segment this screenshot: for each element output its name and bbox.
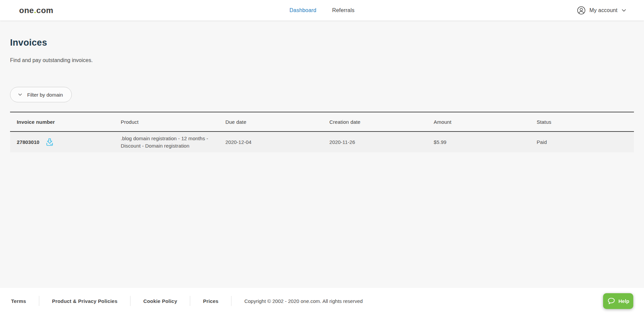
column-header-creation-date: Creation date [323,112,427,132]
column-header-due-date: Due date [219,112,323,132]
table-header-row: Invoice number Product Due date Creation… [10,112,634,132]
footer: Terms Product & Privacy Policies Cookie … [0,288,644,314]
footer-divider [39,296,39,306]
primary-nav: Dashboard Referrals [289,7,355,13]
filter-by-domain-button[interactable]: Filter by domain [10,87,72,102]
copyright-text: Copyright © 2002 - 2020 one.com. All rig… [244,298,363,304]
column-header-invoice-number: Invoice number [10,112,114,132]
invoice-status: Paid [530,132,634,152]
invoices-table: Invoice number Product Due date Creation… [10,112,634,152]
footer-link-product-privacy-policies[interactable]: Product & Privacy Policies [52,298,117,304]
chevron-down-icon [621,8,627,13]
help-button[interactable]: Help [603,293,633,309]
column-header-product: Product [114,112,219,132]
invoice-creation-date: 2020-11-26 [323,132,427,152]
footer-link-prices[interactable]: Prices [203,298,218,304]
tab-dashboard[interactable]: Dashboard [289,7,316,13]
chat-bubble-icon [607,297,615,305]
top-bar: one.com Dashboard Referrals My account [0,0,644,20]
chevron-down-icon [18,92,22,97]
page-subtitle: Find and pay outstanding invoices. [10,57,634,63]
invoice-amount: $5.99 [427,132,530,152]
help-button-label: Help [619,298,630,304]
footer-divider [190,296,190,306]
my-account-label: My account [589,7,618,13]
my-account-menu[interactable]: My account [577,6,627,15]
invoice-product: .blog domain registration - 12 months - … [114,132,219,152]
download-icon [46,138,54,146]
download-invoice-button[interactable] [46,138,54,146]
page-title: Invoices [10,38,634,48]
logo-text-one: one [19,6,34,15]
filter-by-domain-label: Filter by domain [27,92,63,98]
tab-referrals[interactable]: Referrals [332,7,355,13]
footer-link-cookie-policy[interactable]: Cookie Policy [143,298,177,304]
column-header-status: Status [530,112,634,132]
invoice-due-date: 2020-12-04 [219,132,323,152]
footer-divider [231,296,231,306]
one-com-logo[interactable]: one.com [19,6,53,14]
footer-link-terms[interactable]: Terms [11,298,26,304]
footer-divider [130,296,130,306]
logo-text-com: com [36,6,53,15]
user-icon [577,6,586,15]
column-header-amount: Amount [427,112,530,132]
table-row: 27803010 [10,132,634,152]
invoices-page: Invoices Find and pay outstanding invoic… [0,20,644,288]
invoice-number: 27803010 [17,139,40,145]
